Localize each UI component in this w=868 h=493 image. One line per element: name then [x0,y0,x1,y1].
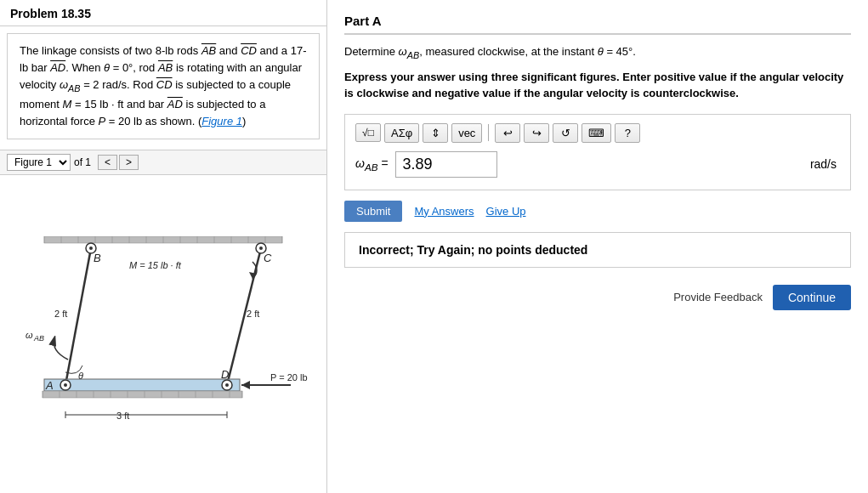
figure-of-label: of 1 [74,156,91,168]
svg-text:2 ft: 2 ft [247,309,259,319]
undo-button[interactable]: ↩ [495,123,520,143]
vec-button[interactable]: vec [451,123,482,143]
figure-select[interactable]: Figure 1 [7,154,71,171]
provide-feedback-link[interactable]: Provide Feedback [673,291,763,303]
svg-rect-18 [44,379,240,391]
svg-text:AB: AB [33,334,44,343]
incorrect-message: Incorrect; Try Again; no points deducted [344,232,851,268]
left-panel: Problem 18.35 The linkage consists of tw… [0,0,327,493]
svg-point-40 [225,383,229,387]
svg-text:θ: θ [78,371,83,381]
part-label: Part A [344,14,851,35]
figure-controls: Figure 1 of 1 < > [0,150,326,175]
next-figure-button[interactable]: > [119,155,139,170]
svg-marker-57 [241,381,250,389]
answer-label: ωAB = [355,156,389,173]
unit-label: rad/s [810,157,840,171]
question-text: Determine ωAB, measured clockwise, at th… [344,45,851,60]
redo-button[interactable]: ↪ [524,123,549,143]
svg-text:M = 15 lb · ft: M = 15 lb · ft [129,260,182,270]
svg-text:C: C [264,252,272,264]
problem-description: The linkage consists of two 8-lb rods AB… [7,33,320,139]
bottom-actions: Provide Feedback Continue [344,285,851,310]
reset-button[interactable]: ↺ [553,123,578,143]
right-panel: Part A Determine ωAB, measured clockwise… [327,0,868,493]
svg-text:P = 20 lb: P = 20 lb [270,372,308,382]
answer-row: ωAB = rad/s [355,151,840,178]
svg-line-16 [65,248,91,385]
give-up-button[interactable]: Give Up [486,205,526,218]
svg-text:ω: ω [26,330,33,340]
continue-button[interactable]: Continue [773,285,851,310]
figure-diagram: B C A D ω AB θ M = 15 lb · ft 2 ft 2 ft [19,236,308,432]
submit-button[interactable]: Submit [344,201,402,222]
toolbar-separator [488,124,489,141]
toolbar: √□ ΑΣφ ⇕ vec ↩ ↪ ↺ ⌨ ? [355,123,840,143]
updown-button[interactable]: ⇕ [423,123,448,143]
prev-figure-button[interactable]: < [98,155,117,170]
help-button[interactable]: ? [615,123,640,143]
svg-text:A: A [45,379,54,392]
my-answers-button[interactable]: My Answers [414,205,474,218]
svg-point-38 [259,246,263,250]
answer-box: √□ ΑΣφ ⇕ vec ↩ ↪ ↺ ⌨ ? ωAB = rad/s [344,114,851,190]
svg-text:2 ft: 2 ft [54,309,67,319]
answer-input[interactable] [395,151,497,178]
problem-title: Problem 18.35 [0,0,326,26]
figure-area: B C A D ω AB θ M = 15 lb · ft 2 ft 2 ft [0,175,326,493]
action-row: Submit My Answers Give Up [344,201,851,222]
instruction-text: Express your answer using three signific… [344,69,851,102]
svg-text:D: D [221,368,229,381]
sqrt-button[interactable]: √□ [355,123,381,142]
svg-text:B: B [94,252,101,264]
keyboard-button[interactable]: ⌨ [582,123,611,143]
svg-point-36 [89,246,93,250]
svg-text:3 ft: 3 ft [116,411,129,421]
svg-point-34 [64,383,67,387]
symbol-button[interactable]: ΑΣφ [384,123,419,143]
